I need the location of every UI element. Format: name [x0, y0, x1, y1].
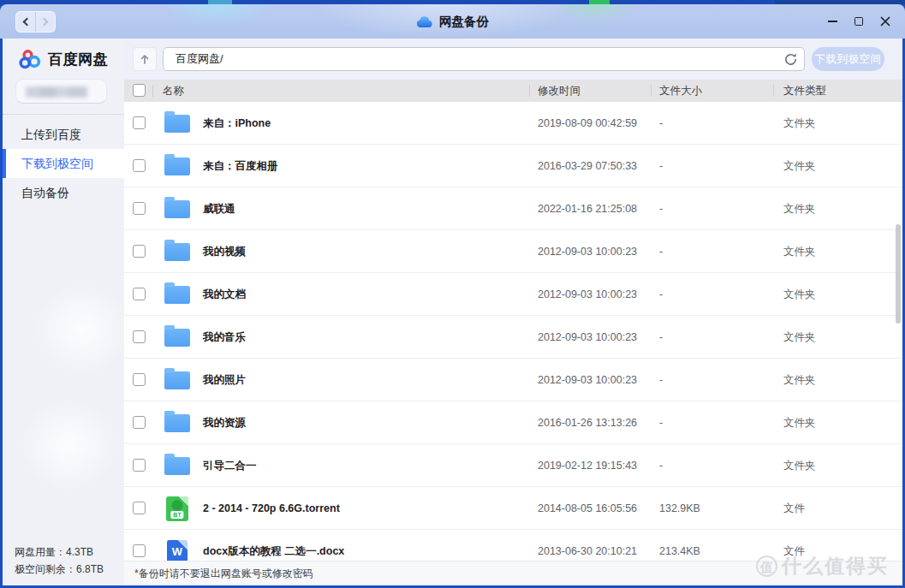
file-modified: 2012-09-03 10:00:23 [538, 316, 637, 359]
table-row[interactable]: BT 2 - 2014 - 720p 6.6G.torrent 2014-08-… [124, 487, 902, 530]
file-modified: 2016-03-29 07:50:33 [538, 145, 637, 187]
table-row[interactable]: 我的视频 2012-09-03 10:00:23 - 文件夹 [124, 230, 902, 273]
sidebar-item-download-to-zspace[interactable]: 下载到极空间 [3, 149, 124, 178]
file-size: - [659, 230, 663, 273]
file-type: 文件夹 [783, 145, 816, 187]
window-title-group: 网盘备份 [0, 4, 905, 39]
row-checkbox[interactable] [133, 544, 146, 557]
folder-icon [164, 371, 190, 389]
file-list: 来自：iPhone 2019-08-09 00:42:59 - 文件夹 来自：百… [124, 102, 902, 573]
file-modified: 2012-09-03 10:00:23 [538, 359, 637, 401]
refresh-icon [783, 52, 798, 67]
sidebar-highlight-blob [33, 282, 124, 377]
column-divider [152, 85, 153, 97]
file-size: - [659, 102, 663, 145]
table-row[interactable]: 我的照片 2012-09-03 10:00:23 - 文件夹 [124, 359, 902, 401]
table-row[interactable]: 威联通 2022-01-16 21:25:08 - 文件夹 [124, 187, 902, 230]
close-button[interactable] [879, 15, 891, 27]
row-checkbox[interactable] [133, 202, 146, 215]
up-directory-button[interactable] [133, 47, 157, 71]
minimize-button[interactable] [826, 15, 838, 27]
table-row[interactable]: 我的文档 2012-09-03 10:00:23 - 文件夹 [124, 273, 902, 316]
folder-icon [164, 329, 190, 347]
window-title: 网盘备份 [439, 14, 489, 30]
row-checkbox[interactable] [133, 459, 146, 472]
column-header-size[interactable]: 文件大小 [659, 80, 702, 102]
bt-label: BT [170, 511, 183, 519]
word-file-icon: W [167, 540, 188, 563]
file-modified: 2019-02-12 19:15:43 [538, 444, 637, 487]
file-name: 我的文档 [203, 273, 246, 316]
window-controls [826, 4, 891, 39]
user-account-box[interactable] [15, 79, 107, 104]
file-type: 文件夹 [783, 444, 816, 487]
file-type: 文件夹 [783, 102, 816, 145]
table-row[interactable]: 来自：百度相册 2016-03-29 07:50:33 - 文件夹 [124, 145, 902, 187]
file-name: 引导二合一 [203, 444, 257, 487]
folder-icon [164, 200, 190, 218]
row-checkbox[interactable] [133, 245, 146, 258]
column-header-type[interactable]: 文件类型 [783, 80, 826, 102]
torrent-file-icon: BT [166, 496, 188, 521]
row-checkbox[interactable] [133, 330, 146, 343]
cloud-icon [416, 15, 433, 28]
row-checkbox[interactable] [133, 502, 146, 514]
refresh-button[interactable] [783, 52, 798, 67]
brand: 百度网盘 [19, 49, 108, 70]
zspace-remaining: 极空间剩余：6.8TB [15, 561, 104, 578]
title-bar: 网盘备份 [0, 4, 905, 39]
column-divider [529, 85, 530, 97]
folder-icon [164, 414, 190, 432]
file-type: 文件夹 [783, 316, 816, 359]
sidebar-highlight-blob [20, 398, 118, 492]
storage-stats: 网盘用量：4.3TB 极空间剩余：6.8TB [15, 543, 104, 578]
file-type: 文件夹 [783, 359, 816, 401]
folder-icon [164, 243, 190, 261]
select-all-checkbox[interactable] [133, 84, 146, 97]
chevron-right-icon [40, 18, 49, 27]
file-size: - [659, 401, 663, 444]
folder-icon [164, 457, 190, 475]
folder-icon [164, 115, 190, 133]
back-button[interactable] [16, 12, 35, 32]
path-input[interactable] [163, 47, 805, 71]
arrow-up-icon [138, 52, 152, 66]
vertical-scrollbar[interactable] [896, 224, 901, 324]
table-row[interactable]: 我的音乐 2012-09-03 10:00:23 - 文件夹 [124, 316, 902, 359]
folder-icon [164, 286, 190, 304]
table-header: 名称 修改时间 文件大小 文件类型 [124, 80, 902, 102]
smzdm-watermark: 值 什么值得买 [756, 553, 889, 579]
file-type: 文件 [783, 487, 805, 530]
file-name: 威联通 [203, 187, 235, 230]
table-row[interactable]: 来自：iPhone 2019-08-09 00:42:59 - 文件夹 [124, 102, 902, 145]
column-header-name[interactable]: 名称 [163, 80, 184, 102]
chevron-left-icon [23, 18, 32, 27]
column-header-modified[interactable]: 修改时间 [538, 80, 581, 102]
sidebar-menu: 上传到百度 下载到极空间 自动备份 [3, 120, 124, 207]
sidebar-item-auto-backup[interactable]: 自动备份 [3, 178, 124, 207]
row-checkbox[interactable] [133, 159, 146, 172]
smzdm-badge-icon: 值 [756, 555, 777, 577]
main-content: 下载到极空间 名称 修改时间 文件大小 文件类型 来自：iPhone 2019-… [124, 39, 902, 585]
sidebar-item-upload-to-baidu[interactable]: 上传到百度 [3, 120, 124, 149]
row-checkbox[interactable] [133, 373, 146, 386]
file-name: 来自：iPhone [203, 102, 271, 145]
row-checkbox[interactable] [133, 416, 146, 429]
file-size: - [659, 444, 663, 487]
forward-button[interactable] [35, 12, 55, 32]
table-row[interactable]: 我的资源 2016-01-26 13:13:26 - 文件夹 [124, 401, 902, 444]
table-row[interactable]: 引导二合一 2019-02-12 19:15:43 - 文件夹 [124, 444, 902, 487]
file-size: - [659, 187, 663, 230]
file-size: 132.9KB [659, 487, 700, 530]
download-to-zspace-button[interactable]: 下载到极空间 [812, 47, 884, 71]
file-name: 我的照片 [203, 359, 246, 401]
row-checkbox[interactable] [133, 116, 146, 129]
file-modified: 2019-08-09 00:42:59 [538, 102, 637, 145]
row-checkbox[interactable] [133, 288, 146, 300]
brand-name: 百度网盘 [48, 50, 108, 69]
sidebar: 百度网盘 上传到百度 下载到极空间 自动备份 网盘用量：4.3TB 极空间剩余：… [3, 39, 124, 585]
column-divider [773, 85, 774, 97]
file-modified: 2014-08-05 16:05:56 [538, 487, 637, 530]
maximize-button[interactable] [853, 15, 865, 27]
backup-notice: *备份时请不要退出网盘账号或修改密码 [134, 561, 313, 585]
